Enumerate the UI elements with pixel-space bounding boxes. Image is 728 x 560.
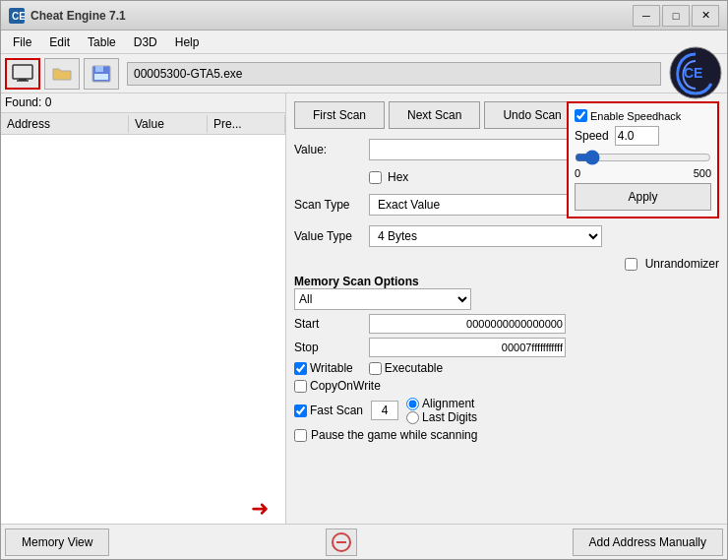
maximize-button[interactable]: □ [662,5,690,27]
enable-speedhack-checkbox[interactable] [575,109,587,122]
process-name-bar[interactable]: 00005300-GTA5.exe [127,62,661,86]
pause-label: Pause the game while scanning [311,428,477,442]
start-input[interactable] [369,314,566,334]
unrandomizer-checkbox[interactable] [625,258,637,271]
unrandomizer-label: Unrandomizer [645,257,719,271]
menu-help[interactable]: Help [167,33,208,51]
found-bar: Found: 0 [1,93,285,113]
hex-label: Hex [388,170,408,184]
stop-icon [332,532,351,552]
svg-rect-2 [13,65,32,79]
first-scan-button[interactable]: First Scan [294,101,385,129]
cow-checkbox[interactable] [294,380,307,393]
scan-type-label: Scan Type [294,198,363,212]
apply-button[interactable]: Apply [575,183,711,211]
last-digits-label: Last Digits [422,410,477,424]
main-window: CE Cheat Engine 7.1 ─ □ ✕ File Edit Tabl… [0,0,728,560]
value-label: Value: [294,143,363,156]
slider-min-label: 0 [575,167,580,179]
speedhack-panel: Enable Speedhack Speed 0 500 Apply [567,101,719,218]
ce-logo-area: CE [669,46,723,100]
fast-scan-checkbox[interactable] [294,404,307,417]
title-bar-text: Cheat Engine 7.1 [30,9,633,23]
ce-logo-icon: CE [669,46,723,100]
toolbar: 00005300-GTA5.exe CE [1,54,727,93]
svg-rect-7 [94,74,108,80]
menu-table[interactable]: Table [80,33,124,51]
executable-checkbox[interactable] [369,362,382,375]
fast-scan-row: Fast Scan Alignment Last Digits [294,397,719,424]
next-scan-button[interactable]: Next Scan [389,101,480,129]
memory-scan-section: Unrandomizer Memory Scan Options All Sta… [294,257,719,442]
title-bar: CE Cheat Engine 7.1 ─ □ ✕ [1,1,727,31]
right-panel: First Scan Next Scan Undo Scan Value: He… [286,93,727,524]
alignment-label: Alignment [422,397,474,410]
process-name-text: 00005300-GTA5.exe [134,67,243,81]
speed-row: Speed [575,126,711,146]
cow-label-wrap: CopyOnWrite [294,379,719,393]
title-bar-controls: ─ □ ✕ [633,5,719,27]
menu-file[interactable]: File [5,33,39,51]
monitor-icon [12,64,33,84]
speed-input[interactable] [615,126,659,146]
alignment-radio[interactable] [406,398,419,410]
slider-labels: 0 500 [575,167,711,179]
writable-label: Writable [310,361,353,375]
address-list[interactable] [1,135,285,494]
save-icon [91,64,112,84]
slider-max-label: 500 [694,167,711,179]
folder-icon [51,64,73,84]
bottom-bar: Memory View Add Address Manually [1,524,727,559]
memory-view-button[interactable]: Memory View [5,529,109,556]
enable-speedhack-row: Enable Speedhack [575,109,711,122]
menu-edit[interactable]: Edit [41,33,78,51]
open-file-button[interactable] [44,58,80,90]
col-address: Address [1,115,129,133]
app-icon: CE [9,8,25,24]
last-digits-label-wrap: Last Digits [406,410,477,424]
stop-row: Stop [294,338,719,357]
memory-scan-select[interactable]: All [294,288,471,310]
table-header: Address Value Pre... [1,113,285,135]
hex-checkbox[interactable] [369,171,382,184]
arrow-icon: ➜ [251,496,269,522]
writable-executable-row: Writable Executable [294,361,719,375]
executable-label-wrap: Executable [369,361,443,375]
fast-scan-input[interactable] [371,401,398,420]
add-address-button[interactable]: Add Address Manually [573,529,723,556]
close-button[interactable]: ✕ [692,5,719,27]
stop-input[interactable] [369,338,566,357]
start-row: Start [294,314,719,334]
executable-label: Executable [385,361,443,375]
writable-label-wrap: Writable [294,361,353,375]
col-previous: Pre... [208,115,285,133]
svg-text:CE: CE [12,11,25,22]
stop-scan-button[interactable] [326,529,357,556]
value-type-label: Value Type [294,229,363,243]
unrandomizer-row: Unrandomizer [294,257,719,271]
found-count: Found: 0 [5,95,51,109]
stop-label: Stop [294,341,363,354]
last-digits-radio[interactable] [406,411,419,424]
start-label: Start [294,317,363,331]
speed-slider-container: 0 500 [575,150,711,179]
menu-bar: File Edit Table D3D Help [1,31,727,54]
alignment-label-wrap: Alignment [406,397,477,410]
arrow-area: ➜ [1,494,285,524]
open-process-button[interactable] [5,58,40,90]
speed-label: Speed [575,129,609,143]
speed-slider[interactable] [575,150,711,165]
content-area: Found: 0 Address Value Pre... ➜ First Sc… [1,93,727,524]
value-type-row: Value Type 4 Bytes [294,225,719,247]
pause-checkbox[interactable] [294,429,307,442]
alignment-lastdigits: Alignment Last Digits [406,397,477,424]
fast-scan-label-wrap: Fast Scan [294,404,363,417]
minimize-button[interactable]: ─ [633,5,660,27]
fast-scan-label: Fast Scan [310,404,363,417]
save-button[interactable] [84,58,119,90]
enable-speedhack-label: Enable Speedhack [590,110,681,122]
menu-d3d[interactable]: D3D [126,33,165,51]
memory-scan-title: Memory Scan Options [294,275,719,288]
value-type-select[interactable]: 4 Bytes [369,225,602,247]
writable-checkbox[interactable] [294,362,307,375]
